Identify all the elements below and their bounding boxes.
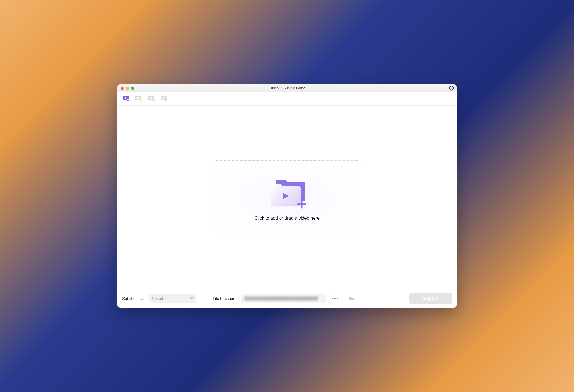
- file-location-label: File Location:: [213, 296, 236, 301]
- svg-rect-6: [136, 97, 140, 98]
- browse-folder-button[interactable]: [348, 296, 354, 301]
- footer-bar: Subtitle List: No subtitle File Location…: [117, 289, 457, 308]
- close-button[interactable]: [121, 87, 124, 90]
- svg-rect-5: [135, 96, 141, 100]
- app-window: TunesKit Subtitle Editor: [117, 84, 457, 308]
- subtitle-list-select[interactable]: No subtitle: [149, 294, 196, 303]
- main-area: Click to add or drag a video here: [117, 106, 457, 289]
- window-controls: [121, 87, 134, 90]
- edit-subtitle-button[interactable]: [160, 95, 168, 103]
- svg-text:A: A: [150, 96, 152, 100]
- export-button[interactable]: Export: [409, 293, 452, 304]
- chevron-down-icon: [190, 296, 193, 301]
- folder-plus-icon: [264, 174, 310, 211]
- file-location-value: ████████████████████████████: [244, 296, 318, 301]
- import-video-button[interactable]: [122, 95, 130, 103]
- maximize-button[interactable]: [131, 87, 134, 90]
- svg-point-1: [451, 87, 452, 88]
- svg-rect-13: [162, 97, 165, 98]
- svg-rect-14: [162, 98, 164, 99]
- file-location-field: ████████████████████████████: [241, 294, 326, 303]
- subtitle-list-value: No subtitle: [152, 296, 171, 301]
- subtitle-style-button[interactable]: A: [148, 95, 156, 103]
- account-icon[interactable]: [449, 86, 454, 91]
- import-subtitle-button[interactable]: [135, 95, 143, 103]
- toolbar: A: [117, 92, 457, 106]
- video-dropzone[interactable]: Click to add or drag a video here: [213, 160, 361, 234]
- window-title: TunesKit Subtitle Editor: [117, 86, 457, 90]
- svg-rect-7: [136, 98, 139, 99]
- minimize-button[interactable]: [126, 87, 129, 90]
- more-options-button[interactable]: [329, 294, 341, 303]
- subtitle-list-label: Subtitle List:: [122, 296, 144, 301]
- titlebar: TunesKit Subtitle Editor: [117, 84, 457, 92]
- dropzone-text: Click to add or drag a video here: [254, 216, 320, 221]
